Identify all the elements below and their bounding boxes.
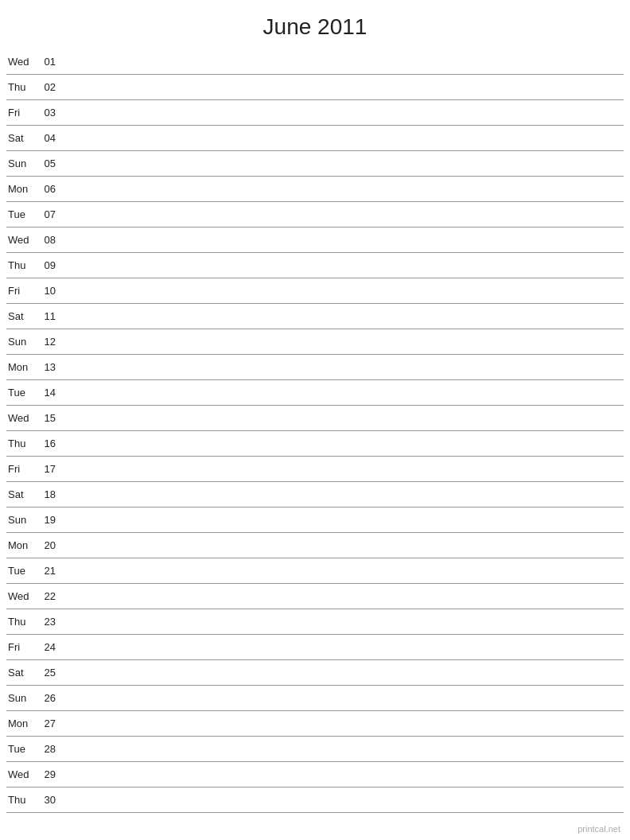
day-line: [59, 647, 624, 648]
day-name: Mon: [6, 183, 37, 195]
day-name: Fri: [6, 641, 37, 653]
day-number: 12: [37, 336, 59, 348]
day-row: Wed01: [6, 49, 624, 75]
day-line: [59, 799, 624, 800]
day-name: Sun: [6, 514, 37, 526]
day-line: [59, 290, 624, 291]
day-name: Sat: [6, 667, 37, 679]
day-number: 13: [37, 361, 59, 373]
day-row: Mon20: [6, 533, 624, 558]
day-row: Tue07: [6, 202, 624, 228]
day-row: Wed15: [6, 406, 624, 431]
day-number: 07: [37, 208, 59, 220]
day-line: [59, 469, 624, 469]
day-line: [59, 367, 624, 368]
day-row: Thu30: [6, 788, 624, 813]
day-line: [59, 749, 624, 749]
day-number: 05: [37, 158, 59, 169]
watermark: printcal.net: [578, 824, 620, 834]
day-line: [59, 239, 624, 240]
day-number: 01: [37, 56, 59, 68]
day-row: Thu16: [6, 431, 624, 457]
day-row: Wed29: [6, 762, 624, 788]
day-name: Thu: [6, 616, 37, 628]
day-number: 11: [37, 310, 59, 322]
day-name: Sat: [6, 310, 37, 322]
day-line: [59, 138, 624, 138]
day-number: 22: [37, 590, 59, 602]
day-name: Tue: [6, 208, 37, 220]
day-number: 18: [37, 488, 59, 500]
day-line: [59, 698, 624, 698]
day-line: [59, 494, 624, 495]
day-row: Sun05: [6, 151, 624, 177]
day-number: 25: [37, 667, 59, 679]
day-row: Mon06: [6, 177, 624, 202]
day-line: [59, 774, 624, 775]
day-line: [59, 87, 624, 88]
day-line: [59, 545, 624, 546]
day-number: 17: [37, 463, 59, 475]
day-name: Tue: [6, 565, 37, 577]
day-row: Sun26: [6, 686, 624, 711]
day-row: Tue28: [6, 737, 624, 762]
day-name: Thu: [6, 438, 37, 449]
day-row: Sun12: [6, 329, 624, 355]
day-row: Wed22: [6, 584, 624, 609]
day-row: Wed08: [6, 228, 624, 253]
day-name: Mon: [6, 718, 37, 729]
day-line: [59, 596, 624, 597]
day-number: 09: [37, 259, 59, 271]
day-name: Mon: [6, 539, 37, 551]
day-number: 24: [37, 641, 59, 653]
day-row: Sat18: [6, 482, 624, 508]
day-line: [59, 672, 624, 673]
day-name: Wed: [6, 768, 37, 780]
day-row: Sat25: [6, 660, 624, 686]
day-number: 23: [37, 616, 59, 628]
day-row: Thu09: [6, 253, 624, 278]
day-line: [59, 570, 624, 571]
day-name: Tue: [6, 387, 37, 399]
day-name: Wed: [6, 412, 37, 424]
day-number: 04: [37, 132, 59, 144]
day-name: Thu: [6, 794, 37, 806]
day-row: Fri03: [6, 100, 624, 126]
day-name: Thu: [6, 81, 37, 93]
day-row: Sat11: [6, 304, 624, 329]
day-name: Mon: [6, 361, 37, 373]
day-line: [59, 112, 624, 113]
day-line: [59, 61, 624, 62]
day-line: [59, 214, 624, 215]
day-row: Sun19: [6, 508, 624, 533]
day-name: Fri: [6, 107, 37, 119]
day-number: 19: [37, 514, 59, 526]
day-line: [59, 443, 624, 444]
day-number: 02: [37, 81, 59, 93]
day-name: Sun: [6, 158, 37, 169]
day-number: 27: [37, 718, 59, 729]
day-row: Thu02: [6, 75, 624, 100]
day-number: 08: [37, 234, 59, 246]
day-name: Wed: [6, 590, 37, 602]
day-number: 29: [37, 768, 59, 780]
day-line: [59, 341, 624, 342]
day-name: Sat: [6, 488, 37, 500]
day-row: Thu23: [6, 609, 624, 635]
day-name: Thu: [6, 259, 37, 271]
page-title: June 2011: [0, 0, 630, 49]
day-name: Sun: [6, 692, 37, 704]
day-line: [59, 316, 624, 317]
day-number: 15: [37, 412, 59, 424]
day-row: Fri17: [6, 457, 624, 482]
day-name: Sun: [6, 336, 37, 348]
day-line: [59, 621, 624, 622]
day-line: [59, 265, 624, 266]
day-number: 06: [37, 183, 59, 195]
day-row: Mon27: [6, 711, 624, 737]
day-name: Wed: [6, 234, 37, 246]
day-line: [59, 189, 624, 189]
day-number: 21: [37, 565, 59, 577]
day-line: [59, 418, 624, 418]
day-line: [59, 163, 624, 164]
